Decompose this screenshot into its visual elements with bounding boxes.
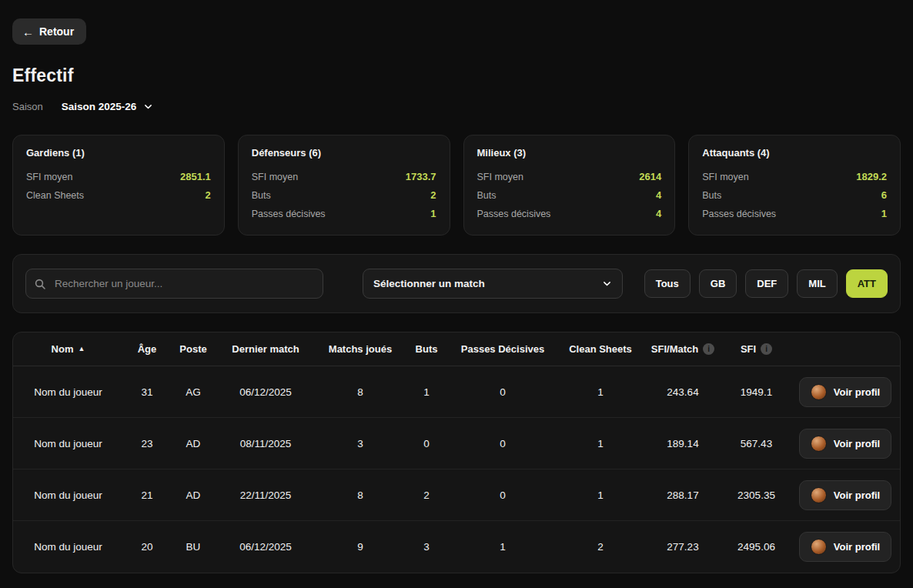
- info-icon[interactable]: i: [761, 343, 772, 355]
- table-header-row: Nom ▲ Âge Poste Dernier match Matchs jou…: [13, 332, 900, 366]
- stat-row: SFI moyen 1733.7: [252, 171, 436, 182]
- sort-asc-icon: ▲: [78, 346, 85, 352]
- card-defenseurs: Défenseurs (6) SFI moyen 1733.7 Buts 2 P…: [238, 135, 450, 236]
- player-avatar-icon: [811, 436, 827, 452]
- match-select[interactable]: Sélectionner un match: [363, 269, 623, 299]
- player-avatar-icon: [811, 384, 827, 400]
- filter-button-att[interactable]: ATT: [846, 269, 888, 298]
- stat-row: Passes décisives 4: [477, 208, 662, 219]
- stat-row: Clean Sheets 2: [26, 189, 211, 201]
- cell-buts: 3: [405, 541, 448, 553]
- view-profile-label: Voir profil: [834, 489, 880, 501]
- cell-poste: AG: [171, 386, 216, 398]
- search-wrap: [25, 269, 323, 299]
- cell-poste: AD: [171, 489, 216, 501]
- view-profile-button[interactable]: Voir profil: [799, 377, 891, 407]
- cell-buts: 2: [405, 489, 448, 501]
- stat-value: 2: [430, 189, 436, 201]
- view-profile-button[interactable]: Voir profil: [799, 532, 891, 562]
- stat-row: Passes décisives 1: [702, 208, 887, 219]
- back-button[interactable]: ← Retour: [12, 18, 86, 45]
- stat-label: Passes décisives: [702, 209, 776, 219]
- cell-age: 21: [123, 489, 171, 501]
- filter-bar: Sélectionner un match Tous GB DEF MIL AT…: [12, 254, 901, 313]
- stat-value: 2614: [639, 171, 661, 182]
- filter-button-mil[interactable]: MIL: [797, 269, 837, 298]
- header-clean-sheets: Clean Sheets: [557, 343, 644, 355]
- cell-clean-sheets: 1: [557, 489, 644, 501]
- view-profile-button[interactable]: Voir profil: [799, 480, 891, 510]
- view-profile-label: Voir profil: [834, 541, 880, 553]
- cell-action: Voir profil: [791, 429, 900, 459]
- season-select-value: Saison 2025-26: [62, 101, 137, 112]
- stat-value: 2: [206, 189, 211, 201]
- stat-label: Buts: [702, 190, 721, 201]
- stat-label: Buts: [477, 190, 497, 201]
- cell-matchs-joues: 8: [316, 489, 405, 501]
- info-icon[interactable]: i: [703, 343, 714, 355]
- season-select[interactable]: Saison 2025-26: [62, 101, 154, 112]
- cell-sfi: 1949.1: [722, 386, 791, 398]
- stat-label: SFI moyen: [252, 172, 298, 182]
- match-select-label: Sélectionner un match: [373, 278, 485, 289]
- stat-value: 1: [430, 208, 436, 219]
- header-dernier-match: Dernier match: [216, 343, 316, 355]
- search-input[interactable]: [25, 269, 323, 299]
- header-matchs-joues: Matchs joués: [316, 343, 405, 355]
- cell-age: 20: [123, 541, 171, 553]
- header-label: Matchs joués: [329, 343, 392, 355]
- stat-value: 2851.1: [180, 171, 211, 182]
- filter-button-def[interactable]: DEF: [745, 269, 788, 298]
- stat-label: Clean Sheets: [26, 190, 84, 201]
- cell-matchs-joues: 3: [316, 438, 405, 449]
- cell-passes-decisives: 0: [448, 438, 557, 449]
- cell-sfi-match: 189.14: [644, 438, 722, 449]
- cell-action: Voir profil: [791, 480, 900, 510]
- table-row: Nom du joueur 20 BU 06/12/2025 9 3 1 2 2…: [13, 521, 900, 573]
- header-buts: Buts: [405, 343, 448, 355]
- cell-buts: 1: [405, 386, 448, 398]
- cell-poste: BU: [171, 541, 216, 553]
- cell-matchs-joues: 8: [316, 386, 405, 398]
- header-nom[interactable]: Nom ▲: [13, 343, 123, 355]
- cell-poste: AD: [171, 438, 216, 449]
- table-row: Nom du joueur 23 AD 08/11/2025 3 0 0 1 1…: [13, 418, 900, 469]
- cell-sfi: 2495.06: [722, 541, 791, 553]
- table-row: Nom du joueur 31 AG 06/12/2025 8 1 0 1 2…: [13, 366, 900, 418]
- cell-dernier-match: 08/11/2025: [216, 438, 316, 449]
- stat-value: 6: [881, 189, 887, 201]
- search-icon: [34, 278, 46, 290]
- header-label: SFI/Match: [651, 343, 698, 355]
- summary-cards: Gardiens (1) SFI moyen 2851.1 Clean Shee…: [12, 135, 901, 236]
- cell-action: Voir profil: [791, 377, 900, 407]
- stat-label: SFI moyen: [477, 172, 523, 182]
- players-table: Nom ▲ Âge Poste Dernier match Matchs jou…: [12, 332, 901, 573]
- table-row: Nom du joueur 21 AD 22/11/2025 8 2 0 1 2…: [13, 469, 900, 521]
- page-title: Effectif: [12, 65, 901, 86]
- header-label: Âge: [138, 343, 157, 355]
- stat-value: 1733.7: [406, 171, 436, 182]
- header-passes-decisives: Passes Décisives: [448, 343, 557, 355]
- cell-clean-sheets: 1: [557, 438, 644, 449]
- view-profile-label: Voir profil: [834, 438, 880, 449]
- filter-button-tous[interactable]: Tous: [644, 269, 691, 298]
- cell-clean-sheets: 1: [557, 386, 644, 398]
- header-label: SFI: [741, 343, 756, 355]
- filter-button-gb[interactable]: GB: [699, 269, 737, 298]
- cell-buts: 0: [405, 438, 448, 449]
- cell-sfi-match: 277.23: [644, 541, 722, 553]
- card-attaquants: Attaquants (4) SFI moyen 1829.2 Buts 6 P…: [688, 135, 901, 236]
- header-label: Clean Sheets: [569, 343, 632, 355]
- stat-row: Buts 6: [702, 189, 887, 201]
- stat-row: SFI moyen 2851.1: [26, 171, 211, 182]
- view-profile-label: Voir profil: [834, 386, 880, 398]
- position-filters: Tous GB DEF MIL ATT: [644, 269, 888, 298]
- cell-clean-sheets: 2: [557, 541, 644, 553]
- stat-value: 4: [656, 208, 661, 219]
- view-profile-button[interactable]: Voir profil: [799, 429, 891, 459]
- back-arrow-icon: ←: [22, 26, 34, 38]
- header-label: Nom: [52, 343, 74, 355]
- stat-label: SFI moyen: [702, 172, 748, 182]
- header-sfi-match: SFI/Match i: [644, 343, 722, 355]
- cell-name: Nom du joueur: [13, 386, 123, 398]
